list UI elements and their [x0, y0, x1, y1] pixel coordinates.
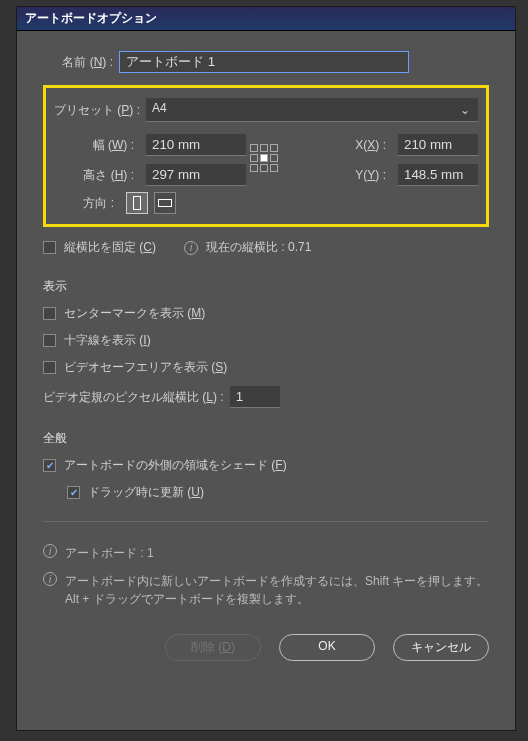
update-drag-checkbox[interactable] — [67, 486, 80, 499]
y-input[interactable] — [398, 164, 478, 186]
hint-text: アートボード内に新しいアートボードを作成するには、Shift キーを押します。 … — [65, 572, 488, 608]
cross-hairs-checkbox[interactable] — [43, 334, 56, 347]
general-section-title: 全般 — [43, 430, 489, 447]
delete-button: 削除 (D) — [165, 634, 261, 661]
ok-button[interactable]: OK — [279, 634, 375, 661]
chevron-down-icon: ⌄ — [460, 103, 470, 117]
info-icon: i — [43, 572, 57, 586]
name-label: 名前 (N) : — [43, 54, 113, 71]
update-drag-label: ドラッグ時に更新 (U) — [88, 484, 204, 501]
x-input[interactable] — [398, 134, 478, 156]
center-mark-label: センターマークを表示 (M) — [64, 305, 205, 322]
constrain-checkbox[interactable] — [43, 241, 56, 254]
height-input[interactable] — [146, 164, 246, 186]
video-safe-checkbox[interactable] — [43, 361, 56, 374]
orientation-portrait-button[interactable] — [126, 192, 148, 214]
fade-checkbox[interactable] — [43, 459, 56, 472]
constrain-label: 縦横比を固定 (C) — [64, 239, 156, 256]
highlighted-region: プリセット (P) : A4 ⌄ 幅 (W) : — [43, 85, 489, 227]
orientation-label: 方向 : — [54, 195, 114, 212]
center-mark-checkbox[interactable] — [43, 307, 56, 320]
pixel-ratio-input[interactable] — [230, 386, 280, 408]
info-icon: i — [43, 544, 57, 558]
pixel-ratio-label: ビデオ定規のピクセル縦横比 (L) : — [43, 389, 224, 406]
preset-select[interactable]: A4 ⌄ — [146, 98, 478, 122]
artboard-count: アートボード : 1 — [65, 544, 154, 562]
info-icon: i — [184, 241, 198, 255]
preset-label: プリセット (P) : — [54, 102, 140, 119]
fade-label: アートボードの外側の領域をシェード (F) — [64, 457, 287, 474]
artboard-options-dialog: アートボードオプション 名前 (N) : プリセット (P) : A4 ⌄ — [16, 6, 516, 731]
reference-point[interactable] — [250, 144, 282, 176]
video-safe-label: ビデオセーフエリアを表示 (S) — [64, 359, 227, 376]
width-input[interactable] — [146, 134, 246, 156]
width-label: 幅 (W) : — [74, 137, 134, 154]
height-label: 高さ (H) : — [74, 167, 134, 184]
ratio-info: 現在の縦横比 : 0.71 — [206, 239, 311, 256]
display-section-title: 表示 — [43, 278, 489, 295]
info-box: i アートボード : 1 i アートボード内に新しいアートボードを作成するには、… — [43, 544, 489, 608]
name-input[interactable] — [119, 51, 409, 73]
dialog-title: アートボードオプション — [17, 7, 515, 31]
x-label: X(X) : — [346, 138, 386, 152]
cancel-button[interactable]: キャンセル — [393, 634, 489, 661]
orientation-landscape-button[interactable] — [154, 192, 176, 214]
cross-hairs-label: 十字線を表示 (I) — [64, 332, 151, 349]
y-label: Y(Y) : — [346, 168, 386, 182]
